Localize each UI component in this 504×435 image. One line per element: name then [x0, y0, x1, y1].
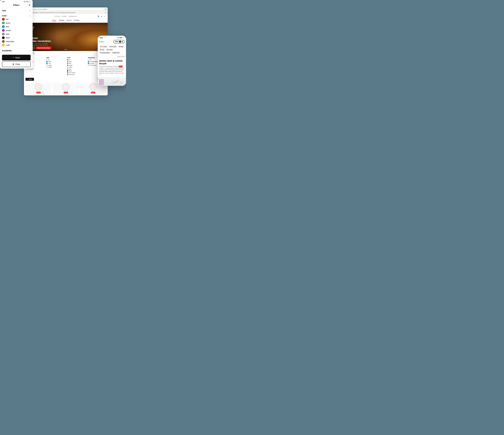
type-all[interactable]: All	[46, 59, 65, 61]
color-name-blue: blue	[6, 26, 9, 28]
color-item-purple[interactable]: purple	[2, 29, 31, 32]
lock-icon[interactable]: 🔒	[101, 16, 102, 17]
phone-filter-label: Filter	[115, 41, 119, 43]
color-red[interactable]: red	[67, 59, 85, 61]
chevron-up-icon: ∧	[29, 15, 31, 17]
color-name-black: black	[6, 37, 10, 39]
phone-tag-trail[interactable]: ✕ Trail	[99, 49, 105, 51]
notification-bar: Jetzt kaufen, später zahlen - mit Klarna…	[24, 11, 108, 14]
dfd-action-bar: ✓ Apply 🗑 Clear	[24, 77, 108, 82]
color-name-purple: purple	[6, 29, 11, 31]
phone-tag-multicolor[interactable]: ✕ Multi-color	[111, 52, 121, 54]
dot-2[interactable]	[65, 49, 66, 50]
color-item-terracoppa[interactable]: terracoppa	[2, 40, 31, 43]
phone-wifi-icon: WiFi	[120, 37, 122, 38]
color-item-grey[interactable]: grey	[2, 33, 31, 35]
color-section-header[interactable]: Color ∧	[2, 15, 31, 17]
phone-tag-3-5years[interactable]: ✕ 3-5 years	[108, 45, 117, 48]
filter-clear-icon[interactable]: ✕	[33, 52, 34, 54]
product-item-1[interactable]: 429 €	[26, 83, 52, 94]
filter-actions: ✓ Apply 🗑 Clear	[0, 53, 33, 69]
desktop-filter-dropdown: Age All 1 - 3 years 3-5 years 5-7 years …	[24, 56, 108, 77]
type-cargo-checkbox[interactable]	[46, 65, 48, 66]
phone-clear-filters[interactable]: Clear Filters	[98, 55, 126, 58]
type-all-checkbox[interactable]	[46, 59, 48, 61]
phone-tag-list: ✕ 1-3 years ✕ 3-5 years ✕ Road ✕ Trail ✕…	[98, 44, 126, 55]
color-item-red[interactable]: red	[2, 18, 31, 21]
color-item-black[interactable]: black	[2, 36, 31, 39]
nav-links: 🔍 Suche Kontakt Händlersuche	[54, 16, 77, 17]
color-purple[interactable]: purple	[67, 65, 85, 66]
phone-tag-road[interactable]: ✕ Road	[118, 45, 124, 48]
account-icon[interactable]: 👤	[98, 16, 99, 17]
find-perfect-bike-button[interactable]: Find the Perfect Bike	[36, 46, 51, 50]
notif-close-icon[interactable]: ✕	[105, 12, 107, 14]
dot-3[interactable]	[67, 49, 67, 50]
clear-label: Clear	[15, 63, 20, 65]
type-road-checkbox[interactable]	[46, 61, 48, 62]
color-item-blue[interactable]: ✓ blue	[2, 25, 31, 28]
type-column: Type All Road Trail Cargo E-Bike	[46, 57, 65, 76]
status-time: 9:41	[2, 1, 5, 2]
phone-tag-limited[interactable]: ✕ Limited Edition	[99, 52, 111, 54]
color-dot-black	[67, 70, 68, 71]
color-item-green[interactable]: ✓ green	[2, 22, 31, 24]
color-black[interactable]: black	[67, 70, 85, 71]
avail-instock-checkbox[interactable]	[88, 63, 89, 64]
browser-close-icon[interactable]: ✕	[105, 8, 107, 10]
apply-button[interactable]: ✓ Apply	[2, 55, 31, 61]
phone-promo-text: In diesem Video erfährst du, wie du das …	[99, 66, 125, 76]
phone-sliders-icon: ⊞	[122, 41, 123, 43]
type-ebike-checkbox[interactable]	[46, 67, 48, 68]
menu-rader[interactable]: Räder	[52, 19, 56, 22]
svg-line-8	[116, 82, 117, 83]
phone-filter-badge: 7	[119, 41, 121, 43]
terracoppa-dot	[2, 40, 5, 43]
apply-label: Apply	[15, 57, 20, 59]
color-yellow[interactable]: yellow	[67, 67, 85, 68]
menu-service[interactable]: Service	[67, 19, 72, 22]
bike-silhouette-svg	[110, 78, 125, 86]
nav-kontakt[interactable]: Kontakt	[62, 16, 67, 17]
phone-filter-button[interactable]: Filter 7 ⊞	[113, 40, 125, 44]
color-item-multi[interactable]: multi	[2, 44, 31, 46]
type-ebike[interactable]: E-Bike	[46, 67, 65, 68]
type-trail-checkbox[interactable]	[46, 63, 48, 64]
phone-tag-1-3years[interactable]: ✕ 1-3 years	[99, 45, 108, 48]
nav-haendler[interactable]: Händlersuche	[69, 16, 77, 17]
filter-title: Filters	[13, 4, 19, 6]
avail-limited-checkbox[interactable]	[88, 61, 89, 62]
dot-1[interactable]	[64, 49, 65, 50]
avail-outstock-checkbox[interactable]	[88, 65, 89, 66]
type-col-title: Type	[46, 57, 65, 58]
dfd-apply-button[interactable]: ✓ Apply	[26, 78, 34, 81]
phone-tag-instock[interactable]: ✕ In stock	[106, 49, 113, 51]
nav-suche[interactable]: 🔍 Suche	[54, 16, 60, 17]
type-cargo[interactable]: Cargo	[46, 65, 65, 66]
bike-image-2	[62, 83, 70, 91]
color-name-grey: grey	[6, 33, 9, 35]
browser-url-bar[interactable]: woom.com/en-AT/bikes	[32, 8, 103, 10]
color-dot-multi	[67, 74, 68, 75]
cart-icon[interactable]: 🛒	[104, 16, 106, 17]
tag-label-multicolor: Multi-color	[114, 52, 120, 53]
color-green[interactable]: green	[67, 61, 85, 62]
color-terracoppa[interactable]: terra coppa	[67, 72, 85, 73]
color-blue[interactable]: blue	[67, 63, 85, 64]
type-trail[interactable]: Trail	[46, 63, 65, 64]
promo-text-before: In diesem Video erfährst du, wie du das	[99, 66, 119, 67]
desktop-browser: woom.com/en-AT/bikes ✕ Jetzt kaufen, spä…	[24, 7, 108, 95]
type-road[interactable]: Road	[46, 61, 65, 62]
menu-bundles[interactable]: Bundles	[74, 19, 79, 22]
type-section-header[interactable]: Type ∨	[2, 9, 31, 12]
product-item-2[interactable]: 549 €	[53, 83, 79, 94]
menu-zubehor[interactable]: Zubehör	[59, 19, 64, 22]
clear-button[interactable]: 🗑 Clear	[2, 61, 31, 67]
color-multi[interactable]: multi-color	[67, 74, 85, 75]
promo-text-after: ORIGINAL ④ zusammenbaust, welches Werkze…	[99, 68, 124, 75]
close-button[interactable]: ✕	[28, 4, 31, 7]
color-grey[interactable]: grey	[67, 68, 85, 70]
availability-section-header[interactable]: Availability ∨	[2, 50, 31, 52]
avail-all-checkbox[interactable]	[88, 59, 89, 61]
multi-dot	[2, 44, 5, 46]
